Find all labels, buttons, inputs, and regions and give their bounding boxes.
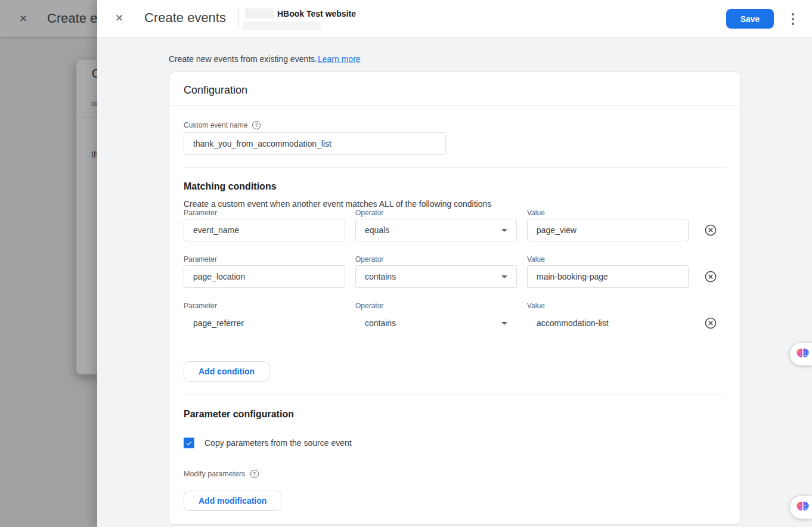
circle-x-icon xyxy=(703,269,718,284)
intro-sentence: Create new events from existing events. xyxy=(169,54,317,64)
condition-row: Parameter Operator Value contains xyxy=(184,255,726,288)
value-field xyxy=(527,265,689,288)
remove-condition-button[interactable] xyxy=(703,222,718,238)
operator-value: contains xyxy=(365,272,396,281)
modify-parameters-label-row: Modify parameters ? xyxy=(184,470,726,478)
circle-x-icon xyxy=(703,223,718,237)
modify-parameters-label: Modify parameters xyxy=(184,470,246,478)
parameter-field xyxy=(184,219,345,241)
parameter-label: Parameter xyxy=(184,255,345,264)
value-label: Value xyxy=(527,302,689,310)
value-label: Value xyxy=(527,255,689,264)
operator-label: Operator xyxy=(355,255,517,264)
configuration-card: Configuration Custom event name ? Matchi… xyxy=(169,72,741,525)
property-name: HBook Test website xyxy=(277,9,356,18)
value-input[interactable] xyxy=(537,272,679,281)
custom-event-name-field xyxy=(184,132,446,155)
parameter-configuration-section: Parameter configuration Copy parameters … xyxy=(169,395,740,524)
save-button[interactable]: Save xyxy=(726,9,774,29)
close-icon[interactable]: ✕ xyxy=(115,12,123,24)
copy-parameters-checkbox[interactable] xyxy=(184,438,194,448)
remove-condition-button[interactable] xyxy=(703,315,718,331)
value-field xyxy=(527,312,689,334)
dropdown-caret-icon xyxy=(501,229,507,232)
condition-row: Parameter Operator Value equals xyxy=(184,209,726,241)
operator-select[interactable]: equals xyxy=(355,219,517,241)
configuration-title: Configuration xyxy=(169,72,740,106)
parameter-field xyxy=(184,265,345,288)
copy-parameters-label: Copy parameters from the source event xyxy=(204,438,352,448)
custom-event-name-section: Custom event name ? xyxy=(169,106,740,167)
parameter-configuration-title: Parameter configuration xyxy=(184,409,726,419)
circle-x-icon xyxy=(703,316,718,330)
kebab-menu-icon[interactable] xyxy=(788,13,798,25)
add-condition-button[interactable]: Add condition xyxy=(184,361,269,382)
value-label: Value xyxy=(527,209,689,217)
add-modification-button[interactable]: Add modification xyxy=(184,491,281,511)
operator-select[interactable]: contains xyxy=(355,312,517,334)
matching-conditions-section: Matching conditions Create a custom even… xyxy=(169,168,740,395)
remove-condition-button[interactable] xyxy=(703,269,718,284)
operator-label: Operator xyxy=(355,302,517,310)
panel-title: Create events xyxy=(144,10,226,26)
operator-value: equals xyxy=(365,225,389,235)
value-input[interactable] xyxy=(537,225,679,235)
matching-conditions-description: Create a custom event when another event… xyxy=(184,200,726,209)
screen: ✕ Create e C cu th ✕ Create events HBook… xyxy=(0,0,812,527)
extension-pill[interactable] xyxy=(790,496,812,519)
extension-pill[interactable] xyxy=(790,343,812,365)
modal-scrim[interactable] xyxy=(0,0,97,527)
parameter-input[interactable] xyxy=(193,225,336,235)
intro-text: Create new events from existing events.L… xyxy=(169,54,812,64)
operator-select[interactable]: contains xyxy=(355,265,517,288)
help-icon[interactable]: ? xyxy=(252,121,261,129)
custom-event-name-label: Custom event name xyxy=(184,121,247,129)
checkmark-icon xyxy=(185,439,193,447)
create-events-panel: ✕ Create events HBook Test website Save … xyxy=(97,0,812,527)
brain-icon xyxy=(796,501,810,514)
help-icon[interactable]: ? xyxy=(250,470,259,478)
condition-row: Parameter Operator Value contains xyxy=(184,302,726,334)
divider xyxy=(238,8,239,28)
brain-icon xyxy=(796,348,810,361)
operator-value: contains xyxy=(365,318,396,328)
parameter-label: Parameter xyxy=(184,302,345,310)
dropdown-caret-icon xyxy=(501,275,507,278)
operator-label: Operator xyxy=(355,209,517,217)
custom-event-name-input[interactable] xyxy=(193,139,436,148)
value-field xyxy=(527,219,689,241)
custom-event-name-label-row: Custom event name ? xyxy=(184,121,726,129)
panel-body: Create new events from existing events.L… xyxy=(97,38,812,525)
parameter-input[interactable] xyxy=(193,318,336,328)
learn-more-link[interactable]: Learn more xyxy=(318,54,361,64)
redacted-property-id xyxy=(243,21,321,30)
matching-conditions-title: Matching conditions xyxy=(184,181,726,191)
panel-header: ✕ Create events HBook Test website Save xyxy=(97,0,812,38)
dropdown-caret-icon xyxy=(501,322,507,325)
parameter-input[interactable] xyxy=(193,272,336,281)
copy-parameters-row: Copy parameters from the source event xyxy=(184,438,726,448)
redacted-account-name xyxy=(245,8,274,18)
parameter-field xyxy=(184,312,345,334)
value-input[interactable] xyxy=(537,318,679,328)
parameter-label: Parameter xyxy=(184,209,345,217)
